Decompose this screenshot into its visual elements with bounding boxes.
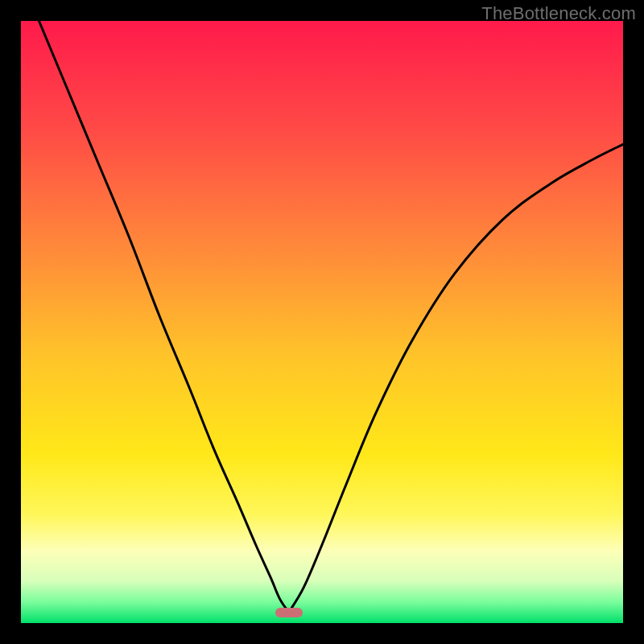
plot-area — [21, 21, 623, 623]
plot-svg — [21, 21, 623, 623]
watermark-text: TheBottleneck.com — [481, 3, 636, 24]
min-marker — [275, 608, 303, 617]
outer-frame: TheBottleneck.com — [0, 0, 644, 644]
gradient-background — [21, 21, 623, 623]
